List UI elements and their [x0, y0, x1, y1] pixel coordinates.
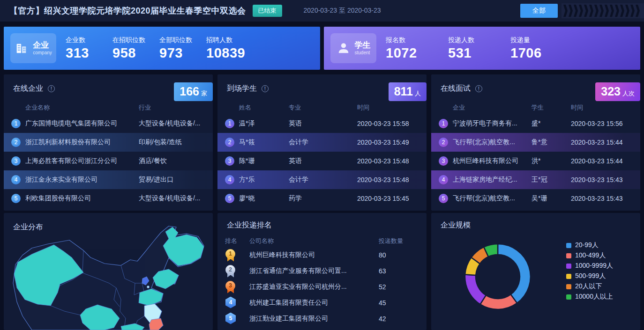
cell-time: 2020-03-23 15:44	[571, 157, 633, 165]
legend-label: 100-499人	[575, 251, 606, 260]
legend-item[interactable]: 100-499人	[566, 250, 613, 261]
stat-item: 招聘人数 10839	[206, 36, 253, 61]
legend-label: 20人以下	[575, 282, 602, 291]
table-row: 5 浙江勤业建工集团有限公司42	[217, 311, 427, 327]
donut-slice[interactable]	[465, 275, 486, 305]
column-header: 专业	[289, 103, 357, 112]
row-rank-badge: 3	[225, 156, 234, 166]
column-header: 时间	[571, 103, 633, 112]
panel-title: 企业规模	[441, 220, 471, 230]
stat-value: 1706	[510, 45, 573, 61]
cell-count: 80	[379, 251, 419, 259]
cell-name: 杭州巨峰科技有限公司	[249, 251, 379, 259]
stat-label: 报名数	[386, 36, 448, 44]
table-row: 2 浙江省通信产业服务有限公司置...63	[217, 263, 427, 279]
company-card-label: 企业	[33, 41, 52, 50]
table-row: 1 温*泽英语2020-03-23 15:58	[217, 114, 427, 133]
row-rank-badge: 1	[225, 119, 234, 128]
legend-item[interactable]: 20人以下	[566, 281, 613, 292]
cell-name: 浙江省通信产业服务有限公司置...	[249, 267, 379, 275]
stat-label: 全部职位数	[159, 36, 206, 44]
cell-major: 药学	[289, 194, 357, 203]
cell-name: 上海必胜客有限公司浙江分公司	[25, 157, 139, 165]
table-row: 5 飞行帮(北京)航空教...吴*珊2020-03-23 15:43	[431, 189, 640, 208]
badge-value: 811	[394, 85, 413, 98]
table-row: 2 飞行帮(北京)航空教...鲁*意2020-03-23 15:44	[431, 133, 640, 152]
donut-slice[interactable]	[498, 244, 531, 303]
table-row: 4 方*乐会计学2020-03-23 15:48	[217, 170, 427, 189]
page-title: 【官方】绍兴文理学院元培学院2020届毕业生春季空中双选会	[9, 5, 246, 16]
cell-company: 飞行帮(北京)航空教...	[453, 138, 532, 147]
stat-item: 企业数 313	[66, 36, 112, 61]
stat-label: 在招职位数	[112, 36, 159, 44]
cell-name: 江苏盛迪亚实业有限公司杭州分...	[249, 283, 379, 291]
map-region-zhejiang	[149, 318, 163, 330]
row-rank-badge: 3	[11, 156, 21, 166]
legend-item[interactable]: 500-999人	[566, 271, 613, 281]
column-header: 学生	[532, 103, 571, 112]
legend-item[interactable]: 1000-9999人	[566, 261, 613, 271]
stat-item: 投递人数 531	[448, 36, 510, 61]
row-rank-badge: 1	[439, 119, 448, 128]
table-header: 企业名称行业	[4, 101, 213, 114]
legend-swatch-icon	[566, 274, 571, 279]
table-row: 1 广东国博电缆电气集团有限公司大型设备/机电设备/...	[4, 114, 213, 133]
table-row: 3 江苏盛迪亚实业有限公司杭州分...52	[217, 279, 427, 295]
row-rank-badge: 3	[439, 156, 448, 166]
online-companies-panel: 在线企业 ! 166 家 企业名称行业 1 广东国博电缆电气集团有限公司大型设备…	[4, 74, 213, 211]
badge-value: 323	[601, 85, 621, 98]
chart-legend: 20-99人 100-499人 1000-9999人 500-999人 20人以…	[566, 240, 613, 302]
map-region-tianjin	[147, 286, 150, 288]
stat-label: 企业数	[66, 36, 112, 44]
info-icon[interactable]: !	[475, 85, 482, 92]
column-header: 企业名称	[25, 103, 139, 112]
stat-label: 投递人数	[448, 36, 510, 44]
legend-swatch-icon	[566, 264, 571, 269]
cell-name: 陈*珊	[239, 157, 289, 165]
count-badge: 323 人次	[595, 82, 640, 101]
table-row: 3 杭州巨峰科技有限公司洪*2020-03-23 15:44	[431, 152, 640, 170]
badge-unit: 人	[415, 89, 421, 98]
legend-swatch-icon	[566, 284, 571, 289]
status-badge: 已结束	[253, 5, 282, 17]
info-icon[interactable]: !	[262, 85, 269, 92]
medal-blue-icon: 5	[225, 313, 236, 325]
table-row: 4 上海链家房地产经纪...王*冠2020-03-23 15:43	[431, 170, 640, 189]
middle-panels-row: 在线企业 ! 166 家 企业名称行业 1 广东国博电缆电气集团有限公司大型设备…	[4, 74, 640, 211]
legend-swatch-icon	[566, 243, 571, 248]
cell-name: 浙江金永来实业有限公司	[25, 176, 139, 184]
cell-count: 52	[379, 283, 419, 291]
info-icon[interactable]: !	[48, 85, 55, 92]
row-rank-badge: 4	[11, 175, 21, 184]
row-rank-badge: 5	[11, 194, 21, 203]
medal-gold-icon: 1	[225, 249, 236, 262]
company-scale-panel: 企业规模 20-99人 100-499人 1000-9999人 500-999人…	[431, 213, 640, 330]
panel-title: 到场学生	[227, 84, 257, 94]
column-header: 投递数量	[379, 237, 419, 245]
cell-company: 杭州巨峰科技有限公司	[453, 157, 532, 165]
row-rank-badge: 4	[225, 175, 234, 184]
cell-count: 63	[379, 267, 419, 275]
table-row: 2 马*筱会计学2020-03-23 15:49	[217, 133, 427, 152]
all-filter-button[interactable]: 全部	[520, 4, 558, 18]
cell-time: 2020-03-23 15:44	[571, 139, 633, 146]
table-body: 1 宁波萌牙电子商务有...盛*2020-03-23 15:56 2 飞行帮(北…	[431, 114, 640, 208]
legend-item[interactable]: 10000人以上	[566, 292, 613, 302]
table-row: 3 上海必胜客有限公司浙江分公司酒店/餐饮	[4, 152, 213, 170]
cell-time: 2020-03-23 15:56	[571, 120, 633, 127]
stat-value: 531	[448, 45, 510, 61]
stat-label: 投递量	[510, 36, 573, 44]
student-card-label: 学生	[355, 41, 371, 50]
row-rank-badge: 4	[439, 175, 448, 184]
student-stats: 报名数 1072 投递人数 531 投递量 1706	[386, 36, 634, 61]
table-row: 4 浙江金永来实业有限公司贸易/进出口	[4, 170, 213, 189]
medal-silver-icon: 2	[225, 265, 236, 278]
stat-cards-row: 企业 company 企业数 313 在招职位数 958 全部职位数 973 招…	[4, 27, 640, 70]
table-row: 1 杭州巨峰科技有限公司80	[217, 247, 427, 263]
cell-industry: 酒店/餐饮	[139, 157, 205, 165]
legend-swatch-icon	[566, 294, 571, 300]
cell-major: 会计学	[289, 138, 357, 147]
row-rank-badge: 5	[439, 194, 448, 203]
legend-item[interactable]: 20-99人	[566, 240, 613, 250]
count-badge: 811 人	[389, 82, 427, 101]
